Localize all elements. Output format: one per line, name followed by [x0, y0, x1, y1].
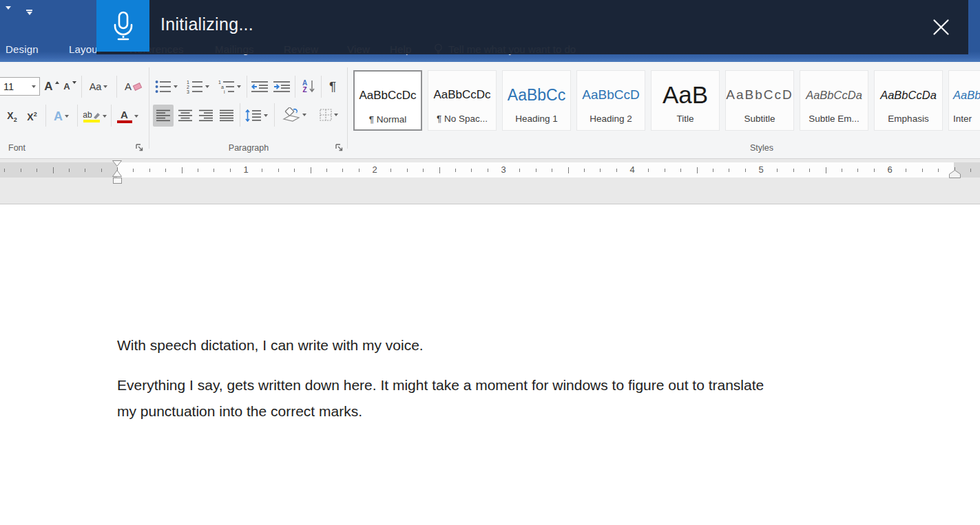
- dropdown-arrow-icon: [205, 85, 209, 88]
- justify-button[interactable]: [216, 105, 237, 127]
- shrink-font-button[interactable]: A: [61, 77, 79, 96]
- bullets-button[interactable]: [152, 77, 180, 96]
- svg-text:i: i: [224, 89, 225, 94]
- style-item-emphasis[interactable]: AaBbCcDa Emphasis: [874, 70, 943, 131]
- ruler-tick: [922, 169, 923, 172]
- ruler-inch-number: 1: [243, 164, 248, 175]
- dropdown-arrow-icon[interactable]: [6, 10, 11, 23]
- grow-font-button[interactable]: A: [43, 77, 61, 96]
- style-item-title[interactable]: AaB Title: [651, 70, 720, 131]
- microphone-icon: [111, 10, 136, 42]
- dropdown-arrow-icon[interactable]: [28, 85, 39, 88]
- align-left-icon: [156, 109, 170, 122]
- ruler-tick: [471, 169, 472, 172]
- sort-button[interactable]: A Z: [298, 76, 320, 98]
- ruler-tick: [857, 169, 858, 172]
- text-effects-button[interactable]: A: [48, 106, 74, 127]
- ruler-tick: [311, 167, 311, 173]
- arrow-up-icon: [55, 81, 59, 84]
- tab-design[interactable]: Design: [6, 43, 39, 55]
- line-spacing-icon: [245, 109, 262, 122]
- ruler-tick: [970, 169, 971, 172]
- superscript-button[interactable]: X2: [23, 106, 41, 127]
- paragraph[interactable]: With speech dictation, I can write with …: [117, 332, 424, 358]
- paragraph[interactable]: Everything I say, gets written down here…: [117, 372, 764, 425]
- style-item-subtitle[interactable]: AaBbCcD Subtitle: [725, 70, 794, 131]
- ruler-tick: [133, 169, 134, 172]
- highlight-color-bar: [83, 120, 100, 122]
- change-case-button[interactable]: Aa: [85, 77, 112, 96]
- ruler-tick: [826, 167, 826, 173]
- text-highlight-button[interactable]: ab: [79, 105, 110, 128]
- decrease-indent-button[interactable]: [249, 77, 270, 96]
- font-dialog-launcher[interactable]: [135, 143, 145, 153]
- ruler-band[interactable]: 123456: [0, 162, 980, 178]
- ruler-tick: [488, 169, 488, 172]
- styles-group: AaBbCcDc ¶ Normal AaBbCcDc ¶ No Spac... …: [348, 62, 980, 159]
- borders-grid-icon: [320, 109, 332, 121]
- ruler-tick: [182, 167, 183, 173]
- style-item-intense-emphasis[interactable]: AaBb Inter: [948, 70, 980, 131]
- left-indent-marker[interactable]: [113, 178, 122, 184]
- ruler-inch-number: 5: [758, 164, 763, 175]
- align-left-button[interactable]: [153, 105, 174, 127]
- style-item-subtle-emphasis[interactable]: AaBbCcDa Subtle Em...: [800, 70, 868, 131]
- align-center-button[interactable]: [175, 105, 196, 127]
- dropdown-arrow-icon: [174, 85, 178, 88]
- svg-text:3: 3: [187, 89, 189, 94]
- style-item-no-spacing[interactable]: AaBbCcDc ¶ No Spac...: [428, 70, 497, 131]
- show-hide-formatting-button[interactable]: ¶: [324, 76, 342, 98]
- ruler-tick: [4, 169, 5, 172]
- numbering-button[interactable]: 1 2 3: [183, 77, 212, 96]
- font-size-value[interactable]: 11: [0, 81, 28, 92]
- ruler-tick: [697, 167, 698, 173]
- shading-button[interactable]: [278, 103, 310, 127]
- dictation-mic-tile[interactable]: [96, 0, 149, 52]
- align-right-button[interactable]: [196, 105, 216, 127]
- style-item-heading1[interactable]: AaBbCc Heading 1: [502, 70, 571, 131]
- document-page[interactable]: With speech dictation, I can write with …: [0, 204, 980, 525]
- multilevel-list-button[interactable]: 1 a i: [215, 77, 244, 96]
- ruler-inch-number: 6: [887, 164, 892, 175]
- paragraph-line: Everything I say, gets written down here…: [117, 372, 764, 398]
- ruler-tick: [53, 167, 54, 173]
- ruler-tick: [439, 167, 440, 173]
- right-indent-marker[interactable]: [949, 170, 961, 178]
- paragraph-dialog-launcher[interactable]: [335, 143, 344, 153]
- dropdown-arrow-icon: [302, 114, 306, 116]
- dictation-close-button[interactable]: [926, 12, 956, 42]
- ruler-tick: [455, 169, 456, 172]
- borders-button[interactable]: [313, 103, 344, 127]
- first-line-indent-marker[interactable]: [112, 160, 122, 167]
- increase-indent-button[interactable]: [271, 77, 292, 96]
- font-size-input[interactable]: 11: [0, 77, 40, 96]
- ruler-tick: [69, 169, 70, 172]
- ruler-tick: [793, 169, 794, 172]
- bullet-list-icon: [155, 80, 171, 94]
- style-item-heading2[interactable]: AaBbCcD Heading 2: [576, 70, 645, 131]
- svg-text:2: 2: [187, 85, 189, 89]
- clear-formatting-button[interactable]: A: [121, 77, 145, 96]
- ruler-tick: [519, 169, 520, 172]
- font-group-label: Font: [8, 143, 25, 153]
- dropdown-arrow-icon: [264, 114, 268, 117]
- ruler-tick: [777, 169, 778, 172]
- increase-indent-icon: [273, 81, 290, 93]
- font-group: 11 A A Aa A X2 X2: [0, 62, 149, 159]
- svg-text:a: a: [221, 85, 224, 89]
- ruler-tick: [584, 169, 585, 172]
- ruler-tick: [938, 169, 939, 172]
- ruler-tick: [390, 169, 391, 172]
- subscript-button[interactable]: X2: [3, 106, 21, 127]
- font-color-button[interactable]: A: [112, 105, 143, 128]
- paragraph-group: 1 2 3 1 a i: [150, 62, 347, 159]
- ruler-tick: [809, 169, 810, 172]
- style-item-normal[interactable]: AaBbCcDc ¶ Normal: [353, 70, 422, 131]
- hanging-indent-marker[interactable]: [112, 170, 122, 177]
- ruler-tick: [149, 169, 150, 172]
- quick-access-toolbar: [0, 10, 32, 23]
- ruler-tick: [101, 169, 102, 172]
- line-spacing-button[interactable]: [242, 105, 270, 127]
- customize-toolbar-icon[interactable]: [26, 10, 32, 23]
- ruler-tick: [294, 169, 295, 172]
